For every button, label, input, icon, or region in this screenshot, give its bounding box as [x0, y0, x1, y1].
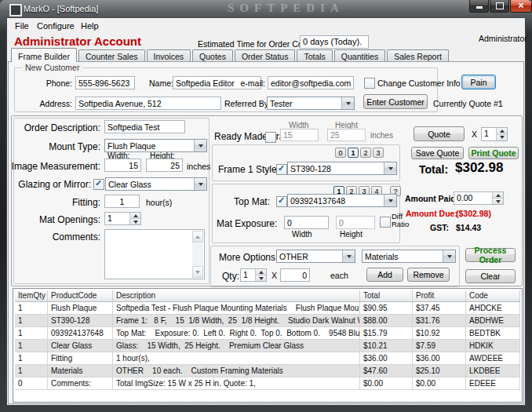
- glazing-select[interactable]: Clear Glass: [105, 177, 207, 191]
- tab-order-status[interactable]: Order Status: [235, 49, 296, 62]
- ready-width-input[interactable]: [280, 129, 319, 141]
- grid-cell-itemqty: 1: [15, 365, 48, 377]
- menu-help[interactable]: Help: [77, 20, 103, 32]
- tab-frame-builder[interactable]: Frame Builder: [11, 48, 77, 62]
- grid-cell-itemqty: 1: [15, 327, 48, 340]
- mat-exposure-width-input[interactable]: [284, 216, 329, 229]
- mount-type-label: Mount Type:: [11, 141, 100, 152]
- title-bar[interactable]: MarkO - [Softpedia] SOFTPEDIA ×: [0, 0, 532, 17]
- frame-style-label: Frame 1 Style:: [218, 164, 279, 175]
- top-mat-checkbox[interactable]: [276, 196, 287, 207]
- stepper-down-icon[interactable]: [256, 275, 266, 281]
- grid-row[interactable]: 0 Comments: Total ImgSize: 15 W x 25 H i…: [15, 377, 520, 390]
- stepper-up-icon[interactable]: [493, 192, 503, 198]
- menu-file[interactable]: File: [11, 20, 33, 32]
- col-code[interactable]: Code: [466, 290, 520, 302]
- remove-button[interactable]: Remove: [407, 268, 450, 282]
- quote-button[interactable]: Quote: [414, 126, 465, 141]
- scroll-up-icon[interactable]: [192, 231, 203, 242]
- frame-style-tab-3[interactable]: 3: [373, 148, 384, 158]
- order-description-input[interactable]: [104, 120, 185, 133]
- stepper-down-icon[interactable]: [130, 218, 140, 224]
- ready-made-frame-checkbox[interactable]: [265, 132, 276, 143]
- image-height-input[interactable]: [146, 159, 183, 172]
- minimize-button[interactable]: [469, 0, 489, 13]
- mount-type-select[interactable]: Flush Plaque: [104, 139, 207, 152]
- scroll-down-icon[interactable]: [192, 266, 203, 278]
- tab-totals[interactable]: Totals: [297, 49, 332, 62]
- menu-configure[interactable]: Configure: [33, 20, 78, 32]
- col-productcode[interactable]: ProductCode: [48, 290, 113, 302]
- mat-exposure-height-input[interactable]: [336, 216, 375, 229]
- save-quote-button[interactable]: Save Quote: [411, 147, 464, 159]
- phone-input[interactable]: [75, 76, 135, 89]
- stepper-down-icon[interactable]: [497, 134, 507, 141]
- change-customer-checkbox[interactable]: [364, 78, 375, 89]
- amount-paid-stepper[interactable]: 0.00: [454, 191, 504, 205]
- fitting-input[interactable]: [104, 195, 140, 208]
- address-input[interactable]: [75, 97, 221, 110]
- grid-cell-profit: $37.45: [413, 302, 466, 315]
- grid-cell-total: $36.00: [360, 352, 413, 365]
- col-total[interactable]: Total: [360, 290, 413, 302]
- close-button[interactable]: ×: [510, 0, 532, 13]
- option-price-input[interactable]: [280, 268, 310, 282]
- pain-button[interactable]: Pain: [461, 75, 496, 89]
- maximize-button[interactable]: [490, 0, 509, 13]
- mat-openings-stepper[interactable]: 1: [104, 212, 141, 225]
- col-description[interactable]: Description: [113, 290, 360, 302]
- tab-quantities[interactable]: Quantities: [334, 49, 385, 62]
- frame-style-tab-2[interactable]: 2: [360, 148, 371, 158]
- phone-label: Phone:: [28, 78, 72, 88]
- tab-invoices[interactable]: Invoices: [147, 49, 191, 62]
- grid-cell-profit: $7.59: [413, 340, 466, 352]
- qty-stepper[interactable]: 1: [240, 268, 267, 282]
- grid-cell-total: $15.79: [360, 327, 413, 340]
- comments-textarea[interactable]: [104, 229, 205, 279]
- frame-style-checkbox[interactable]: [276, 164, 287, 175]
- grid-row[interactable]: 1 093924137648 Top Mat: Exposure: 0. Lef…: [15, 327, 520, 340]
- col-profit[interactable]: Profit: [413, 290, 466, 302]
- frame-style-tab-0[interactable]: 0: [335, 148, 346, 158]
- tab-counter-sales[interactable]: Counter Sales: [78, 49, 145, 62]
- tab-quotes[interactable]: Quotes: [192, 49, 233, 62]
- add-button[interactable]: Add: [366, 268, 403, 282]
- comments-scrollbar[interactable]: [192, 231, 203, 278]
- email-input[interactable]: [268, 76, 354, 89]
- top-mat-select[interactable]: 093924137648: [287, 194, 397, 207]
- grid-cell-productcode: Fitting: [48, 352, 113, 365]
- stepper-up-icon[interactable]: [130, 213, 140, 218]
- stepper-down-icon[interactable]: [493, 198, 503, 204]
- quote-x-label: X: [472, 129, 477, 139]
- grid-row[interactable]: 1 Materials OTHER 10 each. Custom Framin…: [15, 365, 520, 377]
- image-width-input[interactable]: [104, 159, 141, 172]
- qty-x-label: X: [271, 271, 277, 280]
- diff-ratio-checkbox[interactable]: [380, 217, 391, 228]
- process-order-button[interactable]: Process Order: [465, 248, 516, 262]
- grid-row[interactable]: 1 Flush Plaque Softpedia Test - Flush Pl…: [15, 302, 520, 315]
- referred-by-select[interactable]: Tester: [267, 97, 355, 110]
- print-quote-button[interactable]: Print Quote: [468, 147, 519, 159]
- clear-button[interactable]: Clear: [465, 269, 516, 283]
- ready-inches-label: inches: [370, 131, 393, 140]
- ready-height-input[interactable]: [327, 129, 366, 141]
- total-label: Total:: [419, 163, 448, 176]
- order-description-label: Order Description:: [11, 122, 100, 133]
- new-customer-legend: New Customer: [22, 63, 82, 72]
- grid-row[interactable]: 1 Fitting 1 hour(s), $36.00 $36.00 AWDEE…: [15, 352, 520, 365]
- tab-sales-report[interactable]: Sales Report: [387, 49, 449, 62]
- frame-style-select[interactable]: ST390-128: [287, 162, 397, 175]
- options-category-select[interactable]: OTHER: [276, 250, 355, 263]
- grid-row[interactable]: 1 ST390-128 Frame 1: 8 F, 15 1/8 Width, …: [15, 315, 520, 327]
- frame-style-tab-1[interactable]: 1: [348, 148, 359, 158]
- stepper-up-icon[interactable]: [497, 128, 507, 134]
- glazing-checkbox[interactable]: [93, 179, 104, 190]
- quote-qty-stepper[interactable]: 1: [481, 127, 508, 141]
- grid-row[interactable]: 1 Clear Glass Glass: 15 Width, 25 Height…: [15, 340, 520, 352]
- grid-cell-description: 1 hour(s),: [113, 352, 360, 365]
- maximize-icon: [496, 2, 504, 9]
- enter-customer-button[interactable]: Enter Customer: [363, 94, 428, 109]
- options-item-select[interactable]: Materials: [362, 250, 456, 263]
- col-itemqty[interactable]: ItemQty: [15, 290, 48, 302]
- stepper-up-icon[interactable]: [256, 269, 266, 275]
